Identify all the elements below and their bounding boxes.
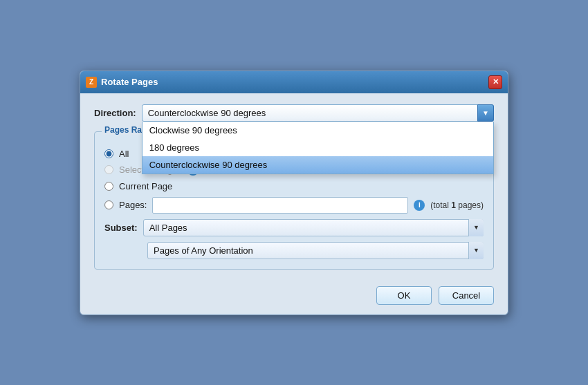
direction-option-180[interactable]: 180 degrees xyxy=(143,139,493,156)
radio-current-label: Current Page xyxy=(119,181,172,191)
subset-label: Subset: xyxy=(104,223,138,233)
direction-option-ccw[interactable]: Counterclockwise 90 degrees xyxy=(143,156,493,173)
direction-select-display[interactable]: Counterclockwise 90 degrees xyxy=(142,104,494,122)
total-pages-number: 1 xyxy=(451,200,456,210)
orientation-select-wrapper: Pages of Any Orientation Portrait Pages … xyxy=(147,242,484,259)
subset-select-wrapper: All Pages Odd Pages Only Even Pages Only… xyxy=(143,219,484,236)
dialog-body: Direction: Counterclockwise 90 degrees ▼… xyxy=(80,93,508,279)
orientation-row: Pages of Any Orientation Portrait Pages … xyxy=(104,242,484,259)
radio-row-current: Current Page xyxy=(104,181,484,191)
radio-selected[interactable] xyxy=(104,165,113,174)
pages-text-input[interactable] xyxy=(152,197,408,214)
pages-input-row: Pages: i (total 1 pages) xyxy=(104,197,484,214)
title-bar: Z Rotate Pages ✕ xyxy=(80,71,508,93)
direction-dropdown-wrapper: Counterclockwise 90 degrees ▼ Clockwise … xyxy=(142,104,494,122)
pages-info-badge[interactable]: i xyxy=(414,200,425,211)
radio-all[interactable] xyxy=(104,149,113,158)
app-icon: Z xyxy=(86,77,97,88)
radio-pages-label: Pages: xyxy=(119,200,147,210)
rotate-pages-dialog: Z Rotate Pages ✕ Direction: Counterclock… xyxy=(80,71,508,315)
radio-current[interactable] xyxy=(104,182,113,191)
dialog-title: Rotate Pages xyxy=(101,77,158,87)
subset-select[interactable]: All Pages Odd Pages Only Even Pages Only xyxy=(143,219,484,236)
title-bar-left: Z Rotate Pages xyxy=(86,77,158,88)
radio-all-label: All xyxy=(119,149,129,159)
direction-option-clockwise[interactable]: Clockwise 90 degrees xyxy=(143,122,493,139)
cancel-button[interactable]: Cancel xyxy=(439,286,494,305)
subset-row: Subset: All Pages Odd Pages Only Even Pa… xyxy=(104,219,484,236)
direction-row: Direction: Counterclockwise 90 degrees ▼… xyxy=(94,104,494,122)
orientation-select[interactable]: Pages of Any Orientation Portrait Pages … xyxy=(147,242,484,259)
close-button[interactable]: ✕ xyxy=(488,75,502,89)
dialog-footer: OK Cancel xyxy=(80,279,508,314)
direction-dropdown-popup: Clockwise 90 degrees 180 degrees Counter… xyxy=(142,122,494,174)
radio-pages[interactable] xyxy=(104,200,113,209)
direction-label: Direction: xyxy=(94,108,136,118)
ok-button[interactable]: OK xyxy=(376,286,432,305)
total-pages-text: (total 1 pages) xyxy=(430,200,484,210)
